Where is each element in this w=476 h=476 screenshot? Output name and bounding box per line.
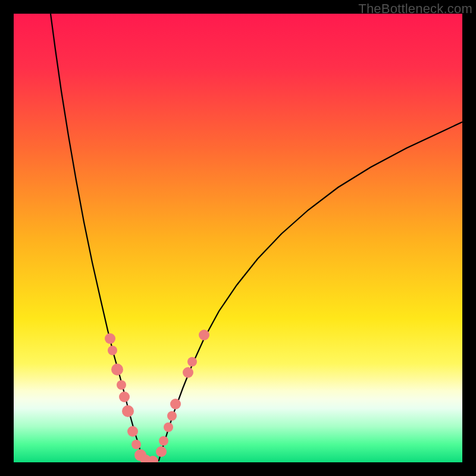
watermark-text: TheBottleneck.com [358,1,472,17]
data-dot [164,422,173,432]
data-dot [131,440,141,449]
data-dot [117,380,126,390]
data-dot [159,436,168,446]
data-dot [187,357,197,367]
data-dot [127,426,138,437]
bottleneck-chart [14,14,462,462]
data-dot [156,446,167,457]
data-dot [167,411,177,421]
data-dot [170,399,181,409]
data-dot [199,330,209,340]
data-dot [122,405,134,417]
data-dot [111,364,123,375]
data-dot [108,346,117,355]
data-dot [105,333,115,344]
data-dot [119,392,130,402]
chart-frame [14,14,462,462]
gradient-background [14,14,462,462]
data-dot [183,367,193,378]
